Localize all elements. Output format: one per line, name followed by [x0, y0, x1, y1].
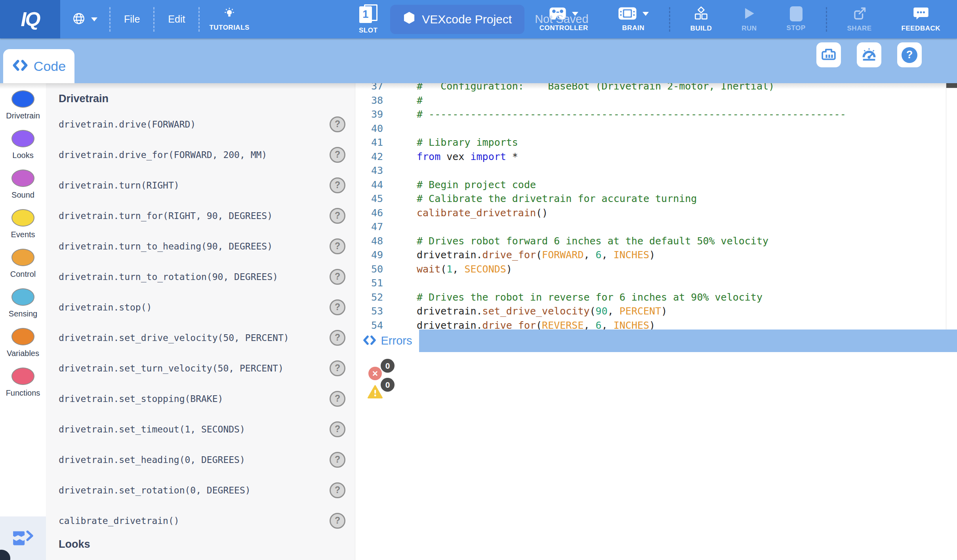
line-number: 52: [355, 291, 383, 303]
command-row[interactable]: drivetrain.turn_to_rotation(90, DEGREES)…: [46, 261, 355, 292]
command-help-button[interactable]: ?: [330, 116, 345, 132]
help-button[interactable]: ?: [897, 42, 922, 67]
line-number: 51: [355, 277, 383, 289]
command-text: calibrate_drivetrain(): [59, 516, 179, 526]
code-text: # Drives robot forward 6 inches at the d…: [383, 235, 768, 247]
tutorials-label: TUTORIALS: [209, 24, 249, 32]
sidebar-category-sensing[interactable]: Sensing: [0, 288, 46, 328]
error-filter-icon[interactable]: ✕: [368, 367, 382, 380]
code-text: # Calibrate the drivetrain for accurate …: [383, 193, 697, 204]
sidebar-category-drivetrain[interactable]: Drivetrain: [0, 90, 46, 130]
command-help-button[interactable]: ?: [330, 147, 345, 163]
section-title-drivetrain: Drivetrain: [46, 83, 355, 109]
command-row[interactable]: drivetrain.set_stopping(BRAKE)?: [46, 383, 355, 414]
command-text: drivetrain.stop(): [59, 302, 152, 312]
tutorials-button[interactable]: TUTORIALS: [200, 0, 259, 38]
command-help-button[interactable]: ?: [330, 360, 345, 376]
editor-scrollbar-thumb[interactable]: [946, 83, 957, 88]
command-text: drivetrain.set_timeout(1, SECONDS): [59, 424, 245, 434]
command-help-button[interactable]: ?: [330, 177, 345, 193]
slot-number: 1: [362, 8, 368, 21]
blocks-toggle-icon: [11, 528, 34, 549]
command-help-button[interactable]: ?: [330, 513, 345, 529]
project-name-button[interactable]: VEXcode Project: [390, 5, 524, 34]
command-help-button[interactable]: ?: [330, 391, 345, 407]
command-panel: Drivetrain drivetrain.drive(FORWARD)?dri…: [46, 83, 355, 560]
edit-menu[interactable]: Edit: [154, 0, 198, 38]
tab-errors[interactable]: Errors: [355, 330, 419, 352]
command-help-button[interactable]: ?: [330, 452, 345, 468]
code-editor[interactable]: 37# Configuration: BaseBot (Drivetrain 2…: [355, 83, 957, 330]
file-menu[interactable]: File: [111, 0, 153, 38]
category-color-icon: [11, 209, 34, 227]
line-number: 53: [355, 305, 383, 317]
category-color-icon: [11, 130, 34, 147]
command-row[interactable]: drivetrain.turn_to_heading(90, DEGREES)?: [46, 231, 355, 261]
command-row[interactable]: drivetrain.turn(RIGHT)?: [46, 170, 355, 200]
command-row[interactable]: drivetrain.set_timeout(1, SECONDS)?: [46, 414, 355, 444]
category-label: Control: [10, 270, 36, 279]
share-button[interactable]: SHARE: [838, 6, 881, 32]
command-row[interactable]: drivetrain.drive(FORWARD)?: [46, 109, 355, 139]
command-row[interactable]: drivetrain.drive_for(FORWARD, 200, MM)?: [46, 139, 355, 170]
code-line: 43: [355, 164, 957, 178]
sidebar-category-events[interactable]: Events: [0, 209, 46, 249]
command-row[interactable]: drivetrain.set_rotation(0, DEGREES)?: [46, 475, 355, 505]
command-help-button[interactable]: ?: [330, 269, 345, 285]
category-label: Variables: [7, 349, 39, 358]
caret-down-icon: [91, 17, 97, 21]
tab-code[interactable]: Code: [3, 49, 74, 83]
device-info-button[interactable]: [816, 42, 841, 67]
command-help-button[interactable]: ?: [330, 330, 345, 346]
sidebar-category-sound[interactable]: Sound: [0, 170, 46, 209]
language-menu[interactable]: [60, 0, 109, 38]
code-line: 48# Drives robot forward 6 inches at the…: [355, 234, 957, 248]
command-row[interactable]: drivetrain.stop()?: [46, 292, 355, 322]
feedback-button[interactable]: FEEDBACK: [892, 6, 950, 32]
category-label: Looks: [12, 151, 33, 160]
toolbar-divider: [826, 7, 827, 32]
stop-button[interactable]: STOP: [777, 6, 815, 32]
toolbar-right-group: CONTROLLER: [530, 0, 957, 38]
lightbulb-icon: [223, 7, 236, 21]
code-line: 37# Configuration: BaseBot (Drivetrain 2…: [355, 83, 957, 93]
build-button[interactable]: BUILD: [681, 6, 721, 32]
sidebar-category-control[interactable]: Control: [0, 249, 46, 288]
run-label: RUN: [742, 25, 757, 32]
slot-button[interactable]: 1 SLOT: [356, 4, 380, 35]
line-number: 47: [355, 221, 383, 232]
command-text: drivetrain.turn(RIGHT): [59, 180, 179, 190]
command-row[interactable]: drivetrain.set_turn_velocity(50, PERCENT…: [46, 353, 355, 383]
code-line: 40: [355, 122, 957, 136]
command-text: drivetrain.turn_to_rotation(90, DEGREES): [59, 272, 278, 282]
command-help-button[interactable]: ?: [330, 238, 345, 254]
command-help-button[interactable]: ?: [330, 421, 345, 437]
logo-text: IQ: [21, 8, 40, 31]
brain-button[interactable]: BRAIN: [608, 7, 658, 32]
command-row[interactable]: drivetrain.set_heading(0, DEGREES)?: [46, 444, 355, 475]
code-line: 52# Drives the robot in reverse for 6 in…: [355, 290, 957, 305]
command-help-button[interactable]: ?: [330, 299, 345, 315]
dashboard-button[interactable]: [857, 42, 881, 67]
sidebar-category-functions[interactable]: Functions: [0, 368, 46, 407]
top-toolbar: IQ File Edit: [0, 0, 957, 38]
code-brackets-icon: [362, 335, 377, 347]
line-number: 40: [355, 123, 383, 134]
command-row[interactable]: drivetrain.set_drive_velocity(50, PERCEN…: [46, 322, 355, 353]
code-line: 41# Library imports: [355, 135, 957, 150]
command-text: drivetrain.drive_for(FORWARD, 200, MM): [59, 150, 267, 160]
command-row[interactable]: calibrate_drivetrain()?: [46, 505, 355, 536]
editor-scrollbar-track[interactable]: [946, 83, 957, 330]
command-text: drivetrain.set_rotation(0, DEGREES): [59, 485, 251, 495]
command-help-button[interactable]: ?: [330, 482, 345, 498]
run-button[interactable]: RUN: [732, 6, 766, 32]
gauge-icon: [861, 46, 877, 63]
brain-icon: [618, 7, 637, 21]
command-help-button[interactable]: ?: [330, 208, 345, 224]
sidebar-category-variables[interactable]: Variables: [0, 328, 46, 368]
code-text: from vex import *: [383, 151, 518, 162]
help-icon: ?: [902, 47, 917, 63]
stop-label: STOP: [787, 24, 806, 32]
command-row[interactable]: drivetrain.turn_for(RIGHT, 90, DEGREES)?: [46, 200, 355, 231]
sidebar-category-looks[interactable]: Looks: [0, 130, 46, 170]
